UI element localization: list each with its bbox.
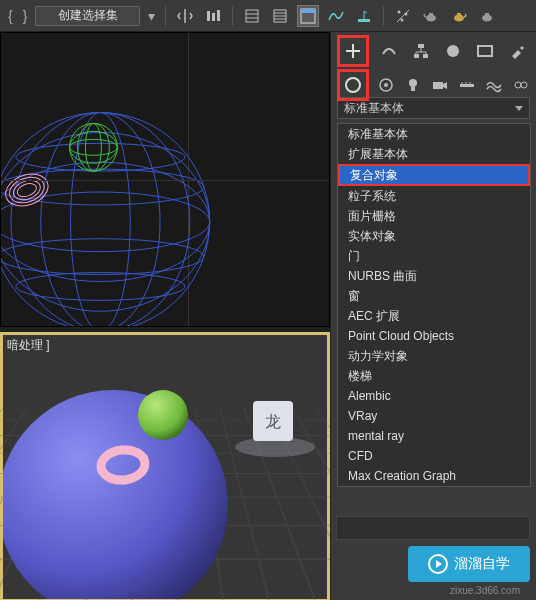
dropdown-item[interactable]: Max Creation Graph xyxy=(338,466,530,486)
svg-rect-2 xyxy=(217,10,220,21)
svg-rect-59 xyxy=(460,84,474,87)
viewport-top[interactable] xyxy=(0,32,330,327)
wireframe-scene xyxy=(1,33,329,326)
utilities-tab-icon[interactable] xyxy=(505,39,529,63)
svg-point-35 xyxy=(70,131,118,163)
dropdown-item[interactable]: AEC 扩展 xyxy=(338,306,530,326)
shapes-category-icon[interactable] xyxy=(377,73,396,97)
systems-category-icon[interactable] xyxy=(511,73,530,97)
highlight-create-tab xyxy=(337,35,369,67)
svg-point-53 xyxy=(346,78,360,92)
teapot3-icon[interactable] xyxy=(476,5,498,27)
svg-rect-19 xyxy=(457,13,461,15)
svg-rect-21 xyxy=(485,13,489,15)
svg-point-51 xyxy=(447,45,459,57)
svg-rect-3 xyxy=(246,10,258,22)
svg-point-25 xyxy=(1,132,210,311)
align-icon[interactable] xyxy=(202,5,224,27)
svg-point-60 xyxy=(515,82,521,88)
svg-rect-11 xyxy=(301,9,315,13)
svg-rect-58 xyxy=(433,82,443,89)
dropdown-item[interactable]: 动力学对象 xyxy=(338,346,530,366)
create-tab-icon[interactable] xyxy=(341,39,365,63)
watermark-badge: 溜溜自学 zixue.3d66.com xyxy=(408,546,530,582)
combo-label: 标准基本体 xyxy=(344,100,404,117)
dropdown-item[interactable]: 复合对象 xyxy=(338,164,530,186)
svg-point-33 xyxy=(70,123,118,171)
svg-point-46 xyxy=(138,390,188,440)
layers-icon[interactable] xyxy=(241,5,263,27)
svg-point-30 xyxy=(1,239,204,275)
dropdown-item[interactable]: 实体对象 xyxy=(338,226,530,246)
svg-rect-0 xyxy=(207,11,210,21)
viewport-area: 暗处理 ] 龙 xyxy=(0,32,330,600)
dropdown-item[interactable]: 标准基本体 xyxy=(338,124,530,144)
svg-point-56 xyxy=(409,79,417,87)
subcategory-dropdown: 标准基本体扩展基本体复合对象粒子系统面片栅格实体对象门NURBS 曲面窗AEC … xyxy=(337,123,531,487)
hierarchy-tab-icon[interactable] xyxy=(409,39,433,63)
dropdown-item[interactable]: Point Cloud Objects xyxy=(338,326,530,346)
teapot2-icon[interactable] xyxy=(448,5,470,27)
separator xyxy=(232,6,233,26)
subcategory-combo[interactable]: 标准基本体 xyxy=(337,97,530,119)
svg-point-37 xyxy=(78,123,110,171)
dropdown-item[interactable]: 窗 xyxy=(338,286,530,306)
dropdown-item[interactable]: 楼梯 xyxy=(338,366,530,386)
svg-point-36 xyxy=(85,123,101,171)
dropdown-item[interactable]: mental ray xyxy=(338,426,530,446)
panel-footer-bar xyxy=(336,516,530,540)
dropdown-arrow-icon xyxy=(515,106,523,111)
display-tab-icon[interactable] xyxy=(473,39,497,63)
dropdown-arrow-icon[interactable]: ▾ xyxy=(146,8,157,24)
svg-point-20 xyxy=(482,14,492,21)
viewport-perspective[interactable]: 暗处理 ] 龙 xyxy=(0,332,330,600)
watermark-text: 溜溜自学 xyxy=(454,555,510,573)
svg-point-16 xyxy=(426,14,436,21)
dropdown-item[interactable]: 面片栅格 xyxy=(338,206,530,226)
curve-editor-icon[interactable] xyxy=(325,5,347,27)
spacewarps-category-icon[interactable] xyxy=(484,73,503,97)
svg-rect-57 xyxy=(411,87,415,91)
helpers-category-icon[interactable] xyxy=(457,73,476,97)
svg-point-45 xyxy=(3,390,228,599)
particle-view-icon[interactable] xyxy=(392,5,414,27)
panel-tabs xyxy=(331,32,536,97)
svg-point-13 xyxy=(398,10,401,13)
lights-category-icon[interactable] xyxy=(404,73,423,97)
dope-sheet-icon[interactable] xyxy=(353,5,375,27)
dropdown-item[interactable]: VRay xyxy=(338,406,530,426)
selection-set-combo[interactable]: 创建选择集 xyxy=(35,6,140,26)
dropdown-item[interactable]: Alembic xyxy=(338,386,530,406)
svg-point-27 xyxy=(41,113,160,327)
separator xyxy=(165,6,166,26)
motion-tab-icon[interactable] xyxy=(441,39,465,63)
brace-left-icon: { xyxy=(6,8,15,24)
svg-rect-49 xyxy=(414,54,419,58)
svg-rect-48 xyxy=(418,44,424,48)
dropdown-item[interactable]: CFD xyxy=(338,446,530,466)
teapot1-icon[interactable] xyxy=(420,5,442,27)
svg-rect-52 xyxy=(478,46,492,56)
separator xyxy=(383,6,384,26)
mirror-icon[interactable] xyxy=(174,5,196,27)
cameras-category-icon[interactable] xyxy=(431,73,450,97)
dropdown-item[interactable]: NURBS 曲面 xyxy=(338,266,530,286)
svg-point-24 xyxy=(1,162,210,281)
svg-point-55 xyxy=(384,83,388,87)
dropdown-item[interactable]: 扩展基本体 xyxy=(338,144,530,164)
dropdown-item[interactable]: 粒子系统 xyxy=(338,186,530,206)
svg-point-28 xyxy=(11,113,190,327)
schematic-icon[interactable] xyxy=(269,5,291,27)
svg-point-22 xyxy=(1,113,210,327)
watermark-sub: zixue.3d66.com xyxy=(450,585,520,596)
dropdown-item[interactable]: 门 xyxy=(338,246,530,266)
brace-right-icon: } xyxy=(21,8,30,24)
highlight-geometry-cat xyxy=(337,69,369,101)
play-circle-icon xyxy=(428,554,448,574)
toggle-ribbon-icon[interactable] xyxy=(297,5,319,27)
svg-rect-12 xyxy=(358,19,370,22)
geometry-category-icon[interactable] xyxy=(341,73,365,97)
svg-text:龙: 龙 xyxy=(265,413,281,430)
top-toolbar: { } 创建选择集 ▾ xyxy=(0,0,536,32)
modify-tab-icon[interactable] xyxy=(377,39,401,63)
